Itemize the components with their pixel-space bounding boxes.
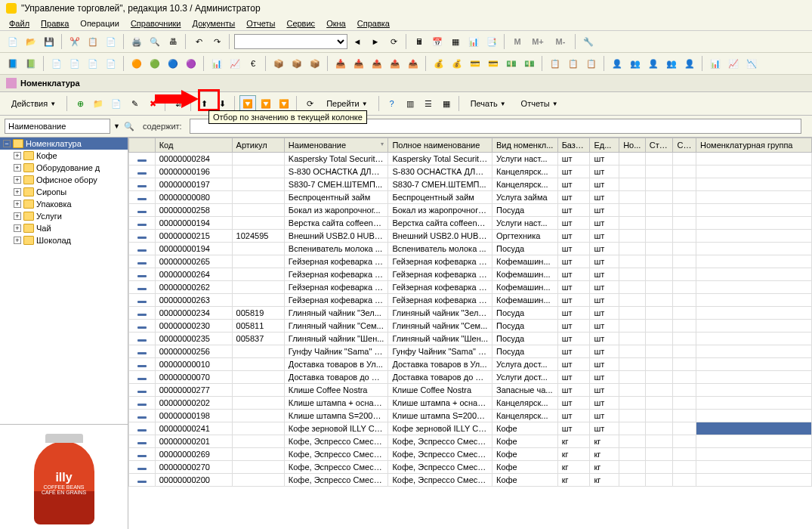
- table-cell[interactable]: [232, 255, 284, 268]
- menu-windows[interactable]: Окна: [322, 17, 350, 29]
- expand-icon[interactable]: +: [14, 164, 21, 172]
- column-header[interactable]: Полное наименование: [388, 138, 492, 153]
- calendar-icon[interactable]: 📅: [429, 33, 446, 50]
- table-cell[interactable]: шт: [590, 345, 619, 358]
- table-cell[interactable]: [619, 217, 646, 230]
- table-cell[interactable]: Услуги наст...: [492, 153, 558, 166]
- table-cell[interactable]: [696, 371, 812, 384]
- filter-settings-icon[interactable]: 🔽: [258, 95, 274, 112]
- table-cell[interactable]: шт: [590, 307, 619, 320]
- table-cell[interactable]: [619, 397, 646, 410]
- table-cell[interactable]: шт: [590, 217, 619, 230]
- column-header[interactable]: Код: [155, 138, 232, 153]
- table-row[interactable]: 00000000194Верстка сайта coffeeno...Верс…: [129, 217, 812, 230]
- table-cell[interactable]: [129, 217, 156, 230]
- copy-icon[interactable]: 📋: [85, 33, 101, 50]
- table-cell[interactable]: [232, 166, 284, 178]
- table-cell[interactable]: 00000000284: [155, 153, 232, 166]
- table-cell[interactable]: шт: [557, 243, 590, 255]
- table-cell[interactable]: 00000000215: [155, 230, 232, 243]
- table-cell[interactable]: [673, 153, 696, 166]
- table-cell[interactable]: Гейзерная кофеварка "...: [388, 268, 492, 281]
- table-cell[interactable]: [673, 217, 696, 230]
- tb2-icon-13[interactable]: €: [245, 55, 261, 72]
- table-cell[interactable]: [619, 191, 646, 204]
- tb2-icon-20[interactable]: 📤: [387, 55, 403, 72]
- table-cell[interactable]: [696, 448, 812, 461]
- tb2-icon-29[interactable]: 📋: [565, 55, 582, 72]
- tb2-icon-7[interactable]: 🟠: [128, 55, 145, 72]
- table-cell[interactable]: Внешний USB2.0 HUB 7...: [388, 230, 492, 243]
- table-row[interactable]: 00000000270Кофе, Эспрессо Смесь ...Кофе,…: [129, 461, 812, 474]
- table-cell[interactable]: [696, 397, 812, 410]
- table-row[interactable]: 00000000262Гейзерная кофеварка "...Гейзе…: [129, 281, 812, 294]
- table-row[interactable]: 00000000277Клише Coffee NostraКлише Coff…: [129, 384, 812, 397]
- table-cell[interactable]: Кофе, Эспрессо Смесь ...: [388, 461, 492, 474]
- data-grid[interactable]: КодАртикулНаименование▾Полное наименован…: [128, 138, 812, 529]
- table-cell[interactable]: [129, 204, 156, 217]
- table-cell[interactable]: [232, 474, 284, 487]
- table-cell[interactable]: шт: [557, 358, 590, 371]
- tb2-icon-5[interactable]: 📄: [85, 55, 101, 72]
- table-cell[interactable]: S830-7 СМЕН.ШТЕМП...: [388, 178, 492, 191]
- table-cell[interactable]: [696, 461, 812, 474]
- table-cell[interactable]: [129, 435, 156, 448]
- table-cell[interactable]: [696, 255, 812, 268]
- filter-by-value-icon[interactable]: 🔽: [239, 95, 256, 112]
- table-cell[interactable]: [673, 230, 696, 243]
- table-cell[interactable]: Клише штампа S=2000-...: [388, 410, 492, 422]
- tb2-icon-38[interactable]: 📉: [743, 55, 760, 72]
- table-cell[interactable]: [232, 191, 284, 204]
- tb2-icon-33[interactable]: 👤: [645, 55, 662, 72]
- refresh-icon[interactable]: ⟳: [385, 33, 402, 50]
- table-cell[interactable]: [696, 294, 812, 307]
- table-cell[interactable]: шт: [590, 294, 619, 307]
- table-cell[interactable]: [645, 281, 673, 294]
- table-cell[interactable]: [232, 153, 284, 166]
- table-cell[interactable]: Посуда: [492, 204, 558, 217]
- table-cell[interactable]: [673, 371, 696, 384]
- table-cell[interactable]: Доставка товаров до П...: [284, 371, 388, 384]
- table-cell[interactable]: кг: [590, 474, 619, 487]
- table-cell[interactable]: Услуга дост...: [492, 358, 558, 371]
- table-cell[interactable]: шт: [557, 166, 590, 178]
- table-cell[interactable]: 00000000202: [155, 397, 232, 410]
- table-cell[interactable]: Кофе, Эспрессо Смесь ...: [284, 461, 388, 474]
- tree-root[interactable]: − Номенклатура: [0, 138, 128, 150]
- table-cell[interactable]: [696, 410, 812, 422]
- table-cell[interactable]: [645, 358, 673, 371]
- table-cell[interactable]: шт: [557, 178, 590, 191]
- table-cell[interactable]: [673, 204, 696, 217]
- table-cell[interactable]: 00000000277: [155, 384, 232, 397]
- expand-icon[interactable]: +: [14, 152, 21, 159]
- table-cell[interactable]: [696, 204, 812, 217]
- calculator-icon[interactable]: 🖩: [411, 33, 428, 50]
- table-row[interactable]: 00000000269Кофе, Эспрессо Смесь ...Кофе,…: [129, 448, 812, 461]
- table-cell[interactable]: 1024595: [232, 230, 284, 243]
- table-cell[interactable]: Бокал из жаропрочного...: [388, 204, 492, 217]
- table-cell[interactable]: [129, 384, 156, 397]
- column-header[interactable]: Ед...: [590, 138, 619, 153]
- table-cell[interactable]: [619, 320, 646, 333]
- table-cell[interactable]: [645, 178, 673, 191]
- mplus-button[interactable]: M+: [527, 33, 548, 50]
- table-cell[interactable]: шт: [590, 281, 619, 294]
- tb2-icon-34[interactable]: 👥: [663, 55, 680, 72]
- table-cell[interactable]: [619, 435, 646, 448]
- table-cell[interactable]: [673, 294, 696, 307]
- table-cell[interactable]: [673, 448, 696, 461]
- table-cell[interactable]: Верстка сайта coffeeno...: [284, 217, 388, 230]
- tb2-icon-17[interactable]: 📥: [332, 55, 349, 72]
- expand-icon[interactable]: −: [3, 140, 11, 147]
- table-cell[interactable]: [232, 204, 284, 217]
- table-cell[interactable]: Услуги дост...: [492, 371, 558, 384]
- table-cell[interactable]: [619, 461, 646, 474]
- clear-filter-icon[interactable]: 🔽: [276, 95, 292, 112]
- table-cell[interactable]: [129, 448, 156, 461]
- help-icon[interactable]: ?: [384, 95, 400, 112]
- tb2-icon-27[interactable]: 💵: [521, 55, 538, 72]
- table-cell[interactable]: [645, 268, 673, 281]
- tree-item[interactable]: +Упаковка: [0, 198, 128, 210]
- tb2-icon-31[interactable]: 👤: [609, 55, 625, 72]
- tb2-icon-30[interactable]: 📋: [583, 55, 600, 72]
